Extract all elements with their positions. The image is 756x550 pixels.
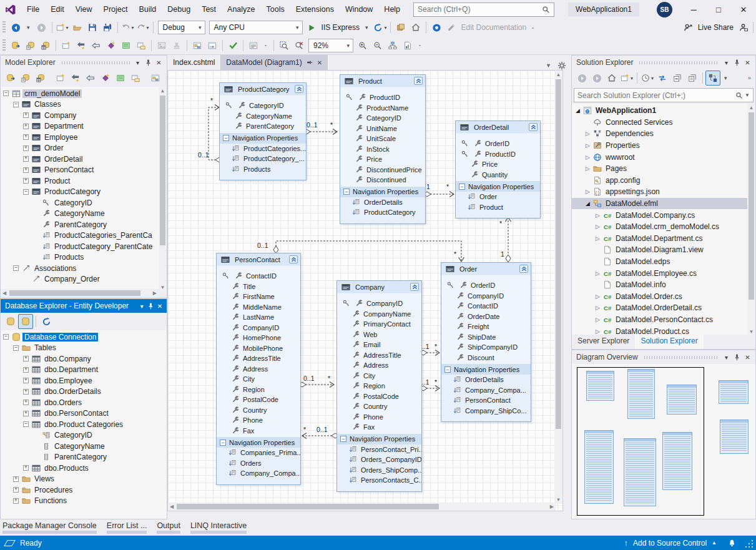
property-row[interactable]: ProductID xyxy=(456,149,540,160)
collapse-minus-icon[interactable]: − xyxy=(444,366,451,373)
navigation-properties-header[interactable]: −Navigation Properties xyxy=(217,437,300,448)
tree-item-products[interactable]: Products xyxy=(1,252,167,263)
tree-item-wwwroot[interactable]: ▷wwwroot xyxy=(572,151,755,163)
property-row[interactable]: CompanyID xyxy=(217,323,300,333)
update-model-from-database-button[interactable] xyxy=(23,38,38,53)
open-file-button[interactable] xyxy=(70,20,85,35)
chevron-down-icon[interactable]: ▾ xyxy=(197,24,204,31)
feedback-icon[interactable] xyxy=(735,20,750,35)
tree-item-views[interactable]: +Views xyxy=(1,474,167,485)
insert-stamp-button[interactable] xyxy=(169,38,184,53)
expander-collapsed-icon[interactable]: ▷ xyxy=(594,293,601,300)
expander-plus-icon[interactable]: + xyxy=(23,411,29,416)
bottom-tab-output[interactable]: Output xyxy=(157,521,180,532)
tree-item-dbo-employee[interactable]: +dbo.Employee xyxy=(1,375,167,386)
tree-item-dbo-personcontact[interactable]: +dbo.PersonContact xyxy=(1,408,167,420)
tab-solution-explorer[interactable]: Solution Explorer xyxy=(635,335,703,349)
solution-configuration-combo[interactable]: Debug▾ xyxy=(158,21,205,34)
expander-minus-icon[interactable]: − xyxy=(23,421,29,427)
tree-item-categoryname[interactable]: CategoryName xyxy=(1,209,167,220)
switch-views-button[interactable]: ▾ xyxy=(619,71,634,86)
property-row[interactable]: ProductID xyxy=(340,92,425,103)
se-home-button[interactable] xyxy=(604,71,619,86)
menu-help[interactable]: Help xyxy=(378,2,406,16)
navigation-property-row[interactable]: PersonContacts_C... xyxy=(337,475,421,486)
chevron-down-icon[interactable]: ▾ xyxy=(345,42,351,49)
navigation-property-row[interactable]: Companies_Prima... xyxy=(217,448,300,458)
property-row[interactable]: Address xyxy=(217,364,300,375)
solution-explorer-vscrollbar[interactable]: ▲ ▼ xyxy=(747,104,755,336)
expander-collapsed-icon[interactable]: ▷ xyxy=(594,328,601,335)
expander-collapsed-icon[interactable]: ▷ xyxy=(594,212,601,219)
update-database-button[interactable] xyxy=(3,71,18,86)
model-statistics-button[interactable] xyxy=(400,38,415,53)
pin-icon[interactable] xyxy=(143,57,154,68)
entity-productcategory[interactable]: ProductCategoryCategoryIDCategoryNamePar… xyxy=(219,82,307,180)
property-row[interactable]: Email xyxy=(337,340,421,350)
window-position-icon[interactable]: ▾ xyxy=(721,352,732,363)
zoom-reset-button[interactable] xyxy=(292,38,307,53)
add-to-source-control-button[interactable]: Add to Source Control xyxy=(633,539,707,548)
tab-datamodel-diagram1[interactable]: DataModel (Diagram1) ✕ xyxy=(220,55,328,70)
zoom-in-button[interactable] xyxy=(355,38,370,53)
new-enum-button[interactable] xyxy=(119,38,134,53)
entity-order[interactable]: OrderOrderIDCompanyIDContactIDOrderDateF… xyxy=(441,262,531,422)
collapse-minus-icon[interactable]: − xyxy=(223,135,229,141)
new-association-button[interactable] xyxy=(74,38,89,53)
zoom-out-button[interactable] xyxy=(370,38,385,53)
tree-item-procedures[interactable]: +Procedures xyxy=(1,484,167,496)
tree-item-webapplication1[interactable]: ◢WebApplication1 xyxy=(572,105,755,117)
property-row[interactable]: OrderID xyxy=(456,139,540,149)
property-row[interactable]: ShipDate xyxy=(441,332,531,343)
solution-search-input[interactable] xyxy=(577,91,735,100)
tree-item-database-connection[interactable]: −Database Connection xyxy=(1,331,167,343)
zoom-level-combo[interactable]: 92%▾ xyxy=(308,39,353,52)
entity-header[interactable]: ProductCategory xyxy=(220,83,306,96)
generate-script-button[interactable] xyxy=(33,71,48,86)
search-options-dropdown-icon[interactable]: ▼ xyxy=(745,92,750,98)
navigation-property-row[interactable]: PersonContact xyxy=(441,395,531,406)
property-row[interactable]: Region xyxy=(337,381,421,391)
tree-item-productcategory-parentcate[interactable]: ProductCategory_ParentCate xyxy=(1,241,167,252)
collapse-minus-icon[interactable]: − xyxy=(220,440,226,446)
close-button[interactable]: ✕ xyxy=(731,0,756,19)
expander-plus-icon[interactable]: + xyxy=(13,498,19,504)
collapse-chevrons-icon[interactable] xyxy=(289,255,298,263)
tab-server-explorer[interactable]: Server Explorer xyxy=(572,335,635,349)
close-icon[interactable]: ✕ xyxy=(742,352,753,363)
properties-dropdown-icon[interactable]: ⹀ xyxy=(265,42,267,49)
property-row[interactable]: Discontinued xyxy=(340,175,425,185)
property-row[interactable]: City xyxy=(337,371,421,381)
tree-item-dbo-company[interactable]: +dbo.Company xyxy=(1,353,167,365)
window-position-icon[interactable]: ▾ xyxy=(721,57,732,68)
diagram-canvas[interactable]: 0..1*0..1*1*0..1**10..1*0..1*0..1**0..1 … xyxy=(167,70,563,511)
save-button[interactable] xyxy=(85,20,100,35)
live-share-label[interactable]: Live Share xyxy=(698,23,734,32)
bottom-tab-linq-interactive[interactable]: LINQ Interactive xyxy=(190,521,247,532)
expander-expanded-icon[interactable]: ◢ xyxy=(584,200,591,207)
search-input[interactable] xyxy=(418,5,542,14)
navigation-properties-header[interactable]: −Navigation Properties xyxy=(441,364,531,375)
tree-item-datamodel-personcontact-cs[interactable]: ▷C#DataModel.PersonContact.cs xyxy=(572,314,755,326)
insert-image-button[interactable] xyxy=(154,38,169,53)
tree-item-datamodel-company-cs[interactable]: ▷C#DataModel.Company.cs xyxy=(572,209,755,221)
se-back-button[interactable] xyxy=(574,71,589,86)
navigation-property-row[interactable]: Orders_CompanyID xyxy=(337,454,421,465)
expander-collapsed-icon[interactable]: ▷ xyxy=(594,270,601,277)
add-complex-type-button[interactable] xyxy=(98,71,113,86)
menu-extensions[interactable]: Extensions xyxy=(290,2,340,16)
property-row[interactable]: Fax xyxy=(217,426,300,436)
expander-plus-icon[interactable]: + xyxy=(23,356,29,361)
pin-icon[interactable] xyxy=(307,59,313,66)
entity-orderdetail[interactable]: OrderDetailOrderIDProductIDPriceQuantity… xyxy=(455,120,541,219)
expander-minus-icon[interactable]: − xyxy=(23,189,29,195)
property-row[interactable]: ContactID xyxy=(217,271,300,282)
tree-item-dbo-department[interactable]: +dbo.Department xyxy=(1,365,167,376)
tree-item-department[interactable]: +Department xyxy=(1,121,167,132)
expander-minus-icon[interactable]: − xyxy=(13,265,19,271)
expander-plus-icon[interactable]: + xyxy=(23,156,29,162)
tree-item-functions[interactable]: +Functions xyxy=(1,496,167,507)
tree-item-productcategories-parentca[interactable]: ProductCategories_ParentCa xyxy=(1,230,167,242)
collapse-minus-icon[interactable]: − xyxy=(340,436,346,442)
window-position-icon[interactable]: ▾ xyxy=(137,301,146,312)
